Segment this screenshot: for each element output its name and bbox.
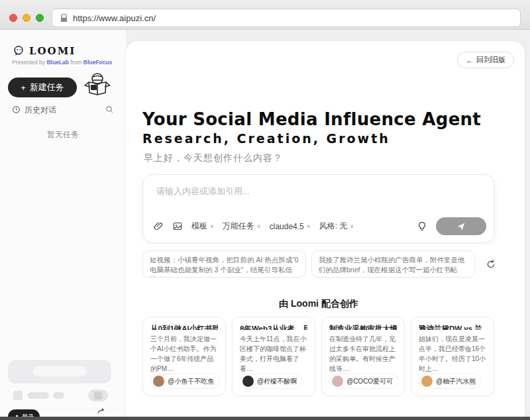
lock-icon <box>60 14 68 23</box>
chevron-down-icon: ∨ <box>257 223 261 229</box>
card-body: 三个月前，我决定做一个AI小红书助手。作为一个做了6年传统产品的PM… <box>150 334 218 374</box>
chevron-down-icon: ∨ <box>307 223 311 229</box>
main-area: ← 回到旧版 Your Social Media Influence Agent… <box>126 30 530 420</box>
clock-icon <box>12 105 21 116</box>
showcase-card[interactable]: 8年Web3从业者，月… 今天上午11点，我在小区楼下的咖啡馆点了杯美式，打开电… <box>232 317 315 396</box>
new-task-label: 新建任务 <box>30 81 64 93</box>
search-history-icon[interactable] <box>105 105 114 116</box>
loomi-ghost-icon <box>12 43 25 59</box>
showcase-card[interactable]: 制造业采购审批太慢… 在制造业待了几年，见过太多卡在审批流程上的采购单。有时候生… <box>321 317 405 396</box>
history-label: 历史对话 <box>25 105 56 116</box>
close-window-button[interactable] <box>9 14 17 22</box>
theme-toggle[interactable] <box>88 390 108 401</box>
content-card: ← 回到旧版 Your Social Media Influence Agent… <box>126 41 525 420</box>
skeleton-bar <box>53 392 64 399</box>
greeting-text: 早上好，今天想创作什么内容？ <box>144 152 283 164</box>
redo-arrow-icon[interactable] <box>97 405 107 417</box>
task-type-dropdown-label: 万能任务 <box>223 221 254 232</box>
lightbulb-icon[interactable] <box>417 221 427 232</box>
maximize-window-button[interactable] <box>36 14 44 22</box>
skeleton-bar <box>28 392 49 399</box>
model-dropdown[interactable]: claude4.5 ∨ <box>270 222 311 231</box>
browser-chrome: https://www.aipuzi.cn/ <box>0 0 530 30</box>
avatar <box>421 376 433 387</box>
author-name: @柚子汽水熊 <box>436 377 476 386</box>
card-body: 姐妹们，现在是凌晨一点半，我已经带妆16个半小时了。经历了10小时上… <box>419 334 486 374</box>
bluelab-link[interactable]: BlueLab <box>46 59 69 66</box>
history-row[interactable]: 历史对话 <box>12 105 114 116</box>
author-name: @小鱼干不吃鱼 <box>168 377 214 386</box>
card-title: 雅诗兰黛DW vs 兰… <box>419 324 486 330</box>
author-chip[interactable]: @小鱼干不吃鱼 <box>150 374 220 389</box>
refresh-suggestions-icon[interactable] <box>486 259 496 270</box>
template-dropdown-label: 模板 <box>191 221 207 232</box>
tagline-from: from <box>70 59 81 66</box>
skeleton-banner-inner <box>33 366 86 376</box>
author-chip[interactable]: @COCO爱可可 <box>329 374 399 389</box>
page-title-line1: Your Social Media Influence Agent <box>142 109 481 129</box>
suggestion-card[interactable]: 短视频：小镇青年视角，把目前的 AI 热点拆成“0 电脑基础也能复制的 3 个副… <box>142 250 306 278</box>
empty-tasks-text: 暂无任务 <box>0 129 126 140</box>
avatar <box>153 376 164 387</box>
card-title: 8年Web3从业者，月… <box>240 324 307 330</box>
gift-box-icon[interactable] <box>83 71 111 100</box>
new-task-button[interactable]: + 新建任务 <box>8 78 77 97</box>
page-title-line2: Research, Creation, Growth <box>142 131 481 146</box>
attachment-icon[interactable] <box>154 221 164 231</box>
card-title: 制造业采购审批太慢… <box>329 324 397 330</box>
toggle-knob <box>94 392 102 399</box>
bluefocus-link[interactable]: BlueFocus <box>83 59 112 66</box>
hero-heading: Your Social Media Influence Agent Resear… <box>142 109 481 146</box>
model-dropdown-label: claude4.5 <box>270 222 304 231</box>
back-to-old-label: 回到旧版 <box>476 55 505 65</box>
image-icon[interactable] <box>172 221 183 231</box>
browser-window: https://www.aipuzi.cn/ LOOMI Presented b… <box>0 0 530 420</box>
composer: 模板 ∨ 万能任务 ∨ claude4.5 ∨ 风格: 无 ∨ <box>142 174 495 243</box>
suggestion-card[interactable]: 我接了雅诗兰黛小棕瓶的广告商单，附件里是他们的品牌brief，现在根据这个写一篇… <box>311 250 475 278</box>
send-button[interactable] <box>436 217 486 235</box>
showcase-cards: 从0到1做AI小红书助… 三个月前，我决定做一个AI小红书助手。作为一个做了6年… <box>142 317 494 396</box>
tagline: Presented by BlueLab from BlueFocus <box>12 59 112 66</box>
avatar <box>332 376 343 387</box>
template-dropdown[interactable]: 模板 ∨ <box>191 221 214 232</box>
author-name: @柠檬不酸啊 <box>257 377 297 386</box>
avatar <box>242 376 254 387</box>
skeleton-row <box>8 390 111 401</box>
showcase-card[interactable]: 雅诗兰黛DW vs 兰… 姐妹们，现在是凌晨一点半，我已经带妆16个半小时了。经… <box>411 317 494 396</box>
back-to-old-version-button[interactable]: ← 回到旧版 <box>457 52 514 68</box>
card-title: 从0到1做AI小红书助… <box>150 324 218 330</box>
skeleton-banner <box>8 360 111 384</box>
window-controls <box>9 14 44 22</box>
suggestion-row: 短视频：小镇青年视角，把目前的 AI 热点拆成“0 电脑基础也能复制的 3 个副… <box>142 250 496 278</box>
tagline-prefix: Presented by <box>12 59 45 66</box>
showcase-card[interactable]: 从0到1做AI小红书助… 三个月前，我决定做一个AI小红书助手。作为一个做了6年… <box>142 317 226 396</box>
style-dropdown[interactable]: 风格: 无 ∨ <box>319 221 354 232</box>
back-arrow-icon: ← <box>466 56 473 64</box>
plus-icon: + <box>21 83 26 93</box>
address-bar[interactable]: https://www.aipuzi.cn/ <box>52 9 521 27</box>
composer-input[interactable] <box>156 185 481 215</box>
skeleton-avatar <box>13 391 23 400</box>
task-type-dropdown[interactable]: 万能任务 ∨ <box>223 221 261 232</box>
composer-toolbar: 模板 ∨ 万能任务 ∨ claude4.5 ∨ 风格: 无 ∨ <box>154 217 486 235</box>
app-name: LOOMI <box>29 45 76 57</box>
chevron-down-icon: ∨ <box>210 223 214 229</box>
author-name: @COCO爱可可 <box>346 377 393 386</box>
author-chip[interactable]: @柚子汽水熊 <box>419 374 482 389</box>
url-text: https://www.aipuzi.cn/ <box>73 13 156 23</box>
window-bottom-edge <box>0 417 530 420</box>
author-chip[interactable]: @柠檬不酸啊 <box>240 374 303 389</box>
chevron-down-icon: ∨ <box>350 223 354 229</box>
sidebar: LOOMI Presented by BlueLab from BlueFocu… <box>0 30 126 420</box>
card-body: 今天上午11点，我在小区楼下的咖啡馆点了杯美式，打开电脑看了看… <box>240 334 307 374</box>
style-dropdown-label: 风格: 无 <box>319 221 348 232</box>
app-logo: LOOMI <box>12 43 76 59</box>
card-body: 在制造业待了几年，见过太多卡在审批流程上的采购单。有时候生产线等… <box>329 334 397 374</box>
minimize-window-button[interactable] <box>23 14 30 22</box>
section-title: 由 Loomi 配合创作 <box>126 298 511 310</box>
